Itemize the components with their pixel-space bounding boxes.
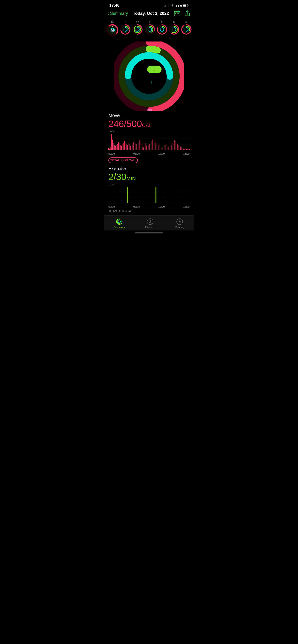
svg-rect-6 (183, 5, 186, 7)
bar (172, 202, 172, 203)
bar (184, 149, 184, 150)
bar (143, 148, 144, 150)
bar (143, 202, 144, 203)
bar (133, 142, 134, 150)
bottom-tabs: Summary Fitness+ S Sharing (104, 215, 194, 230)
bar (127, 187, 128, 203)
svg-rect-12 (177, 14, 178, 14)
bar (139, 143, 139, 150)
move-bars (108, 133, 190, 150)
bar (170, 202, 170, 203)
bar (157, 141, 157, 150)
day-item-t1[interactable]: T (120, 20, 130, 34)
chevron-left-icon: ‹ (107, 10, 109, 16)
bar (111, 202, 111, 203)
day-item-s5[interactable]: S (169, 20, 179, 34)
bar (108, 148, 109, 150)
bar (181, 202, 181, 203)
bar (182, 148, 182, 150)
bar (187, 149, 187, 150)
svg-rect-1 (165, 5, 166, 7)
bar (154, 140, 154, 150)
bar (141, 202, 141, 203)
day-item-w2[interactable]: W (132, 20, 143, 34)
bar (123, 202, 124, 203)
move-chart: 11CAL 00:00 06:00 12:00 18:00 (104, 130, 194, 155)
bar (159, 202, 159, 203)
exercise-time-3: 18:00 (183, 206, 190, 208)
bar (127, 202, 127, 203)
status-bar: 17:46 64% (104, 0, 194, 9)
bar (120, 202, 121, 203)
day-item-t3[interactable]: T (145, 20, 155, 34)
move-unit: CAL (142, 122, 152, 128)
svg-rect-5 (188, 5, 189, 6)
exercise-time-0: 00:00 (108, 206, 115, 208)
exercise-chart-top-label: 1 MIN (108, 183, 190, 186)
bar (117, 202, 118, 203)
move-total-bubble: TOTAL 1,499 CAL (108, 158, 138, 163)
bar (145, 145, 145, 150)
day-ring-2 (132, 24, 143, 34)
back-label: Summary (110, 11, 128, 16)
exercise-time-1: 06:00 (133, 206, 140, 208)
bar (114, 145, 115, 150)
tab-fitness-label: Fitness+ (145, 226, 155, 228)
tab-sharing[interactable]: S Sharing (175, 218, 184, 228)
bar (152, 140, 153, 150)
bar (133, 202, 133, 203)
tab-fitness[interactable]: Fitness+ (145, 218, 155, 228)
bar (149, 202, 150, 203)
svg-text:S: S (179, 220, 181, 224)
bar (130, 146, 131, 150)
day-item-s6[interactable]: S (181, 20, 191, 34)
bar (109, 202, 110, 203)
bar (126, 202, 126, 203)
bar (112, 202, 113, 203)
bar (139, 140, 140, 150)
tab-summary[interactable]: Summary (114, 218, 125, 228)
exercise-time-labels: 00:00 06:00 12:00 18:00 (108, 206, 190, 208)
bar (152, 202, 152, 203)
calendar-icon[interactable] (174, 10, 180, 17)
bar (155, 143, 156, 150)
bar (178, 202, 178, 203)
bar (149, 144, 150, 150)
bar (111, 148, 111, 150)
svg-rect-11 (175, 14, 176, 14)
svg-point-74 (118, 220, 120, 223)
bar (129, 202, 129, 203)
day-item-f4[interactable]: F (157, 20, 167, 34)
move-time-2: 12:00 (158, 152, 165, 155)
share-icon[interactable] (184, 10, 191, 17)
bar (177, 202, 177, 203)
bar (115, 202, 116, 203)
back-button[interactable]: ‹ Summary (107, 10, 128, 16)
bar (152, 202, 153, 203)
svg-rect-3 (168, 4, 168, 7)
bar (130, 144, 130, 150)
bar (176, 202, 176, 203)
bar (175, 141, 175, 150)
move-chart-top-label: 11CAL (108, 130, 190, 133)
move-value: 246/500CAL (108, 119, 190, 129)
bar (146, 202, 147, 203)
bar (160, 146, 160, 150)
day-item-m0[interactable]: MM (107, 20, 118, 36)
bar (164, 146, 164, 150)
bar (182, 202, 182, 203)
exercise-number: 2/30 (108, 172, 127, 182)
bar (183, 202, 183, 203)
svg-rect-14 (175, 14, 176, 15)
bar (138, 202, 138, 203)
bar (135, 202, 135, 203)
bar (139, 202, 139, 203)
bar (176, 143, 176, 150)
move-number: 246/500 (108, 119, 142, 129)
bar (117, 202, 117, 203)
bar (145, 202, 145, 203)
bar (154, 202, 154, 203)
bar (136, 202, 137, 203)
bar (161, 146, 161, 150)
battery-level: 64 (176, 4, 179, 8)
